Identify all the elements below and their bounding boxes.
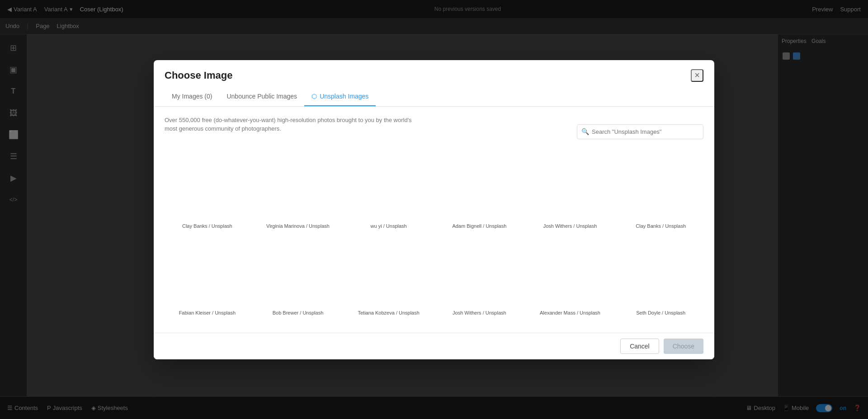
image-caption: Josh Withers / Unsplash	[438, 310, 521, 315]
choose-image-modal: Choose Image × My Images (0) Unbounce Pu…	[154, 60, 714, 359]
image-caption: Alexander Mass / Unsplash	[528, 310, 612, 315]
image-thumbnail	[165, 149, 249, 221]
cancel-button[interactable]: Cancel	[620, 339, 659, 354]
source-link[interactable]: Unsplash	[486, 223, 506, 229]
image-caption: Clay Banks / Unsplash	[619, 223, 703, 229]
image-caption: Josh Withers / Unsplash	[528, 223, 612, 229]
image-caption: Tetiana Kobzeva / Unsplash	[347, 310, 430, 315]
tab-my-images[interactable]: My Images (0)	[165, 89, 219, 106]
author-link[interactable]: Clay Banks	[182, 223, 208, 229]
image-card[interactable]: Virginia Marinova / Unsplash	[255, 148, 341, 230]
image-thumbnail	[528, 236, 612, 308]
modal-body: Over 550,000 free (do-whatever-you-want)…	[154, 107, 714, 333]
author-link[interactable]: Bob Brewer	[273, 310, 298, 315]
image-thumbnail	[347, 149, 430, 221]
image-caption: wu yi / Unsplash	[347, 223, 430, 229]
image-thumbnail	[528, 149, 612, 221]
source-link[interactable]: Unsplash	[665, 310, 685, 315]
image-caption: Adam Bignell / Unsplash	[438, 223, 521, 229]
image-card[interactable]: Tetiana Kobzeva / Unsplash	[346, 235, 431, 316]
modal-overlay: Choose Image × My Images (0) Unbounce Pu…	[0, 0, 868, 419]
author-link[interactable]: Josh Withers	[543, 223, 572, 229]
author-link[interactable]: Tetiana Kobzeva	[358, 310, 394, 315]
modal-close-button[interactable]: ×	[691, 69, 703, 82]
search-input[interactable]	[577, 124, 703, 139]
source-link[interactable]: Unsplash	[665, 223, 686, 229]
image-thumbnail	[438, 236, 521, 308]
image-thumbnail	[347, 236, 430, 308]
author-link[interactable]: Clay Banks	[636, 223, 661, 229]
modal-header: Choose Image × My Images (0) Unbounce Pu…	[154, 60, 714, 107]
search-icon: 🔍	[581, 128, 589, 135]
source-link[interactable]: Unsplash	[386, 223, 407, 229]
author-link[interactable]: Virginia Marinova	[266, 223, 305, 229]
image-thumbnail	[438, 149, 521, 221]
author-link[interactable]: Fabian Kleiser	[179, 310, 211, 315]
modal-footer: Cancel Choose	[154, 333, 714, 359]
image-card[interactable]: Clay Banks / Unsplash	[165, 148, 250, 230]
image-thumbnail	[165, 236, 249, 308]
image-card[interactable]: Josh Withers / Unsplash	[528, 148, 613, 230]
unsplash-icon: ⬡	[311, 93, 317, 100]
image-caption: Virginia Marinova / Unsplash	[256, 223, 340, 229]
source-link[interactable]: Unsplash	[580, 310, 600, 315]
source-link[interactable]: Unsplash	[399, 310, 420, 315]
image-grid: Clay Banks / Unsplash Virginia Marinova …	[165, 148, 703, 316]
image-card[interactable]: Seth Doyle / Unsplash	[618, 235, 703, 316]
image-card[interactable]: Adam Bignell / Unsplash	[437, 148, 522, 230]
image-thumbnail	[619, 236, 703, 308]
choose-button[interactable]: Choose	[664, 339, 703, 354]
author-link[interactable]: Josh Withers	[453, 310, 481, 315]
image-thumbnail	[619, 149, 703, 221]
author-link[interactable]: Seth Doyle	[636, 310, 660, 315]
tabs: My Images (0) Unbounce Public Images ⬡ U…	[165, 89, 703, 106]
source-link[interactable]: Unsplash	[212, 223, 232, 229]
image-caption: Fabian Kleiser / Unsplash	[165, 310, 249, 315]
image-thumbnail	[256, 149, 340, 221]
image-card[interactable]: Bob Brewer / Unsplash	[255, 235, 341, 316]
image-card[interactable]: Clay Banks / Unsplash	[618, 148, 703, 230]
search-input-wrap: 🔍	[577, 124, 703, 139]
source-link[interactable]: Unsplash	[576, 223, 597, 229]
image-caption: Bob Brewer / Unsplash	[256, 310, 340, 315]
source-link[interactable]: Unsplash	[309, 223, 330, 229]
tab-unsplash-images[interactable]: ⬡ Unsplash Images	[304, 89, 376, 106]
modal-title: Choose Image	[165, 70, 232, 81]
source-link[interactable]: Unsplash	[215, 310, 236, 315]
image-thumbnail	[256, 236, 340, 308]
author-link[interactable]: Adam Bignell	[452, 223, 481, 229]
search-bar-container: 🔍	[165, 124, 703, 139]
image-card[interactable]: Fabian Kleiser / Unsplash	[165, 235, 250, 316]
source-link[interactable]: Unsplash	[302, 310, 323, 315]
author-link[interactable]: wu yi	[371, 223, 382, 229]
image-card[interactable]: wu yi / Unsplash	[346, 148, 431, 230]
image-card[interactable]: Josh Withers / Unsplash	[437, 235, 522, 316]
source-link[interactable]: Unsplash	[486, 310, 506, 315]
image-caption: Clay Banks / Unsplash	[165, 223, 249, 229]
author-link[interactable]: Alexander Mass	[540, 310, 576, 315]
image-card[interactable]: Alexander Mass / Unsplash	[528, 235, 613, 316]
tab-public-images[interactable]: Unbounce Public Images	[219, 89, 304, 106]
image-caption: Seth Doyle / Unsplash	[619, 310, 703, 315]
